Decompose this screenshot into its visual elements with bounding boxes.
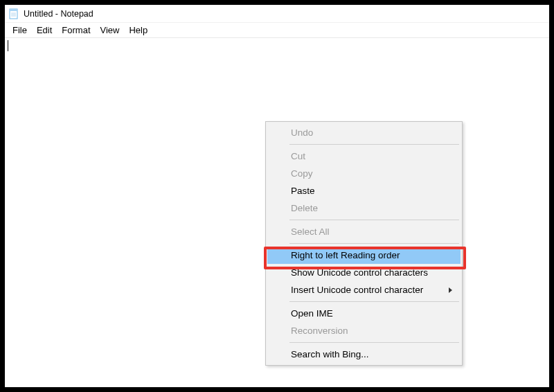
titlebar: Untitled - Notepad [5,5,549,23]
ctx-copy[interactable]: Copy [267,165,461,182]
menu-edit[interactable]: Edit [32,24,57,37]
ctx-insert-unicode-control[interactable]: Insert Unicode control character [267,281,461,299]
ctx-insert-unicode-label: Insert Unicode control character [291,285,423,295]
ctx-show-unicode-control[interactable]: Show Unicode control characters [267,264,461,281]
notepad-icon [8,8,19,19]
svg-rect-1 [10,9,17,11]
menu-view[interactable]: View [96,24,125,37]
separator [289,243,459,244]
ctx-search-bing[interactable]: Search with Bing... [267,346,461,363]
window-title: Untitled - Notepad [24,9,93,19]
ctx-cut[interactable]: Cut [267,148,461,165]
menu-file[interactable]: File [8,24,32,37]
ctx-open-ime[interactable]: Open IME [267,305,461,322]
separator [289,220,459,220]
separator [289,144,459,145]
separator [289,342,459,343]
separator [289,301,459,302]
ctx-reconversion[interactable]: Reconversion [267,322,461,339]
ctx-select-all[interactable]: Select All [267,223,461,240]
text-caret [8,40,8,51]
window-frame: Untitled - Notepad File Edit Format View… [0,0,554,392]
chevron-right-icon [449,287,452,293]
context-menu: Undo Cut Copy Paste Delete Select All Ri… [265,121,463,366]
ctx-paste[interactable]: Paste [267,182,461,199]
menu-help[interactable]: Help [124,24,152,37]
ctx-undo[interactable]: Undo [267,124,461,141]
ctx-delete[interactable]: Delete [267,199,461,217]
ctx-rtl-reading-order[interactable]: Right to left Reading order [267,247,461,264]
menubar: File Edit Format View Help [5,23,549,38]
menu-format[interactable]: Format [57,24,95,37]
